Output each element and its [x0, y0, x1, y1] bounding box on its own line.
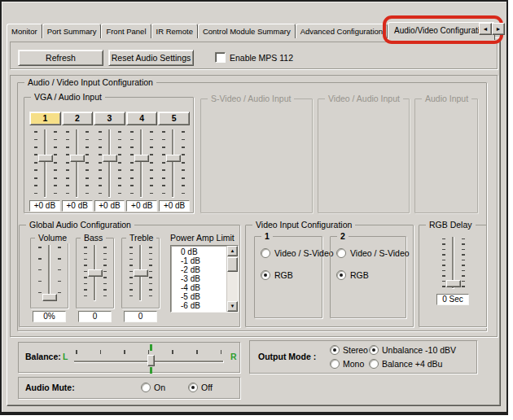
slider-thumb[interactable] [103, 155, 117, 162]
input2-video-svideo-radio[interactable] [336, 248, 346, 258]
slider-thumb[interactable] [134, 269, 148, 277]
rgb-delay-slider[interactable] [431, 237, 476, 289]
balance-thumb[interactable] [147, 355, 155, 366]
bass-slider[interactable] [77, 245, 113, 301]
list-item[interactable]: -6 dB [181, 301, 226, 310]
audio-mute-off-label[interactable]: Off [201, 383, 213, 392]
balance-output-label[interactable]: Balance +4 dBu [382, 359, 442, 369]
list-item[interactable]: -5 dB [181, 292, 226, 301]
mono-radio[interactable] [330, 359, 340, 369]
video-input-1-group: 1 Video / S-Video RGB [254, 236, 322, 318]
input1-video-svideo-radio[interactable] [261, 248, 270, 258]
vga-gain-slider-2[interactable] [61, 129, 93, 198]
vga-channel-2-button[interactable]: 2 [62, 112, 94, 125]
volume-group: Volume [30, 238, 68, 308]
slider-thumb[interactable] [446, 280, 461, 287]
output-mode-label: Output Mode : [258, 352, 316, 361]
treble-group: Treble [121, 238, 160, 308]
slider-thumb[interactable] [38, 155, 53, 162]
scrollbar-thumb[interactable] [227, 257, 238, 272]
tab-monitor[interactable]: Monitor [7, 24, 42, 38]
refresh-button[interactable]: Refresh [18, 50, 103, 66]
vga-channel-3-button[interactable]: 3 [94, 112, 125, 125]
vga-audio-input-group: VGA / Audio Input 1 2 3 4 5 +0 dB +0 dB … [24, 97, 194, 213]
scrollbar-track[interactable] [227, 273, 238, 301]
vga-gain-value-5: +0 dB [159, 200, 190, 212]
slider-thumb[interactable] [166, 155, 181, 162]
bass-label: Bass [81, 233, 106, 243]
slider-ticks [442, 238, 445, 287]
svideo-audio-input-group: S-Video / Audio Input [200, 98, 313, 213]
treble-slider[interactable] [122, 245, 159, 301]
audio-mute-on-label[interactable]: On [154, 383, 165, 392]
tab-front-panel[interactable]: Front Panel [101, 24, 151, 38]
scroll-down-button[interactable]: ▼ [227, 301, 238, 312]
volume-slider[interactable] [31, 245, 68, 301]
power-amp-limit-listbox[interactable]: 0 dB -1 dB -2 dB -3 dB -4 dB -5 dB -6 dB… [170, 245, 239, 313]
input2-rgb-label[interactable]: RGB [350, 270, 369, 280]
unbalance-label[interactable]: Unbalance -10 dBV [382, 345, 456, 355]
slider-track [48, 245, 50, 301]
tab-ir-remote[interactable]: IR Remote [151, 24, 198, 38]
slider-ticks [54, 131, 57, 196]
vga-channel-5-button[interactable]: 5 [158, 112, 190, 125]
slider-thumb[interactable] [134, 155, 149, 162]
input2-rgb-radio[interactable] [336, 270, 346, 280]
vga-gain-slider-4[interactable] [125, 129, 157, 198]
vga-gain-value-3: +0 dB [94, 200, 125, 212]
unbalance-radio[interactable] [369, 345, 379, 355]
video-audio-input-title: Video / Audio Input [325, 94, 403, 104]
balance-output-radio[interactable] [369, 359, 379, 369]
audio-mute-off-radio[interactable] [188, 383, 198, 392]
tab-scroll-left-button[interactable]: ◄ [479, 23, 492, 35]
rgb-delay-value: 0 Sec [436, 294, 469, 305]
tab-scroll-right-button[interactable]: ► [492, 23, 505, 35]
balance-center-mark-top [150, 344, 152, 351]
tab-port-summary[interactable]: Port Summary [42, 24, 102, 38]
reset-audio-settings-button[interactable]: Reset Audio Settings [108, 50, 194, 66]
global-audio-configuration-title: Global Audio Configuration [26, 220, 134, 230]
video-audio-input-group: Video / Audio Input [318, 98, 410, 213]
input1-rgb-radio[interactable] [261, 270, 270, 280]
vga-gain-slider-5[interactable] [158, 129, 190, 198]
audio-mute-on-radio[interactable] [141, 383, 151, 392]
treble-value: 0 [124, 311, 157, 322]
slider-thumb[interactable] [70, 155, 85, 162]
mono-label[interactable]: Mono [343, 359, 364, 369]
slider-ticks [34, 131, 37, 196]
list-item[interactable]: -1 dB [181, 256, 226, 265]
listbox-scrollbar[interactable]: ▲ ▼ [226, 246, 238, 312]
stereo-label[interactable]: Stereo [343, 345, 368, 355]
input2-video-svideo-label[interactable]: Video / S-Video [350, 248, 410, 258]
vga-gain-slider-1[interactable] [29, 129, 61, 198]
slider-thumb[interactable] [42, 294, 57, 301]
input1-video-svideo-label[interactable]: Video / S-Video [274, 248, 334, 258]
list-item[interactable]: -3 dB [181, 274, 226, 283]
slider-ticks [66, 131, 69, 196]
list-item[interactable]: -4 dB [181, 283, 226, 292]
list-item[interactable]: -2 dB [181, 265, 226, 274]
power-amp-limit-options: 0 dB -1 dB -2 dB -3 dB -4 dB -5 dB -6 dB [171, 246, 226, 312]
enable-mps-112-checkbox[interactable] [215, 52, 226, 63]
video-input-2-group: 2 Video / S-Video RGB [330, 236, 406, 318]
stereo-radio[interactable] [330, 345, 340, 355]
vga-gain-value-2: +0 dB [62, 200, 93, 212]
slider-track [140, 129, 142, 198]
vga-channel-1-button[interactable]: 1 [29, 112, 61, 125]
video-input-2-label: 2 [337, 231, 349, 242]
slider-track [172, 129, 174, 198]
scroll-up-button[interactable]: ▲ [227, 246, 238, 256]
audio-input-group: Audio Input [414, 98, 478, 213]
audio-mute-panel: Audio Mute: On Off [18, 377, 240, 399]
balance-ticks [76, 350, 222, 354]
vga-gain-slider-3[interactable] [94, 129, 125, 198]
input1-rgb-label[interactable]: RGB [274, 270, 293, 280]
volume-value: 0% [33, 311, 66, 322]
slider-ticks [462, 238, 465, 287]
vga-gain-value-4: +0 dB [126, 200, 157, 212]
slider-thumb[interactable] [88, 269, 103, 277]
tab-control-module-summary[interactable]: Control Module Summary [198, 24, 296, 38]
list-item[interactable]: 0 dB [181, 247, 226, 256]
vga-channel-4-button[interactable]: 4 [126, 112, 158, 125]
tab-advanced-configuration[interactable]: Advanced Configuration [296, 24, 388, 38]
